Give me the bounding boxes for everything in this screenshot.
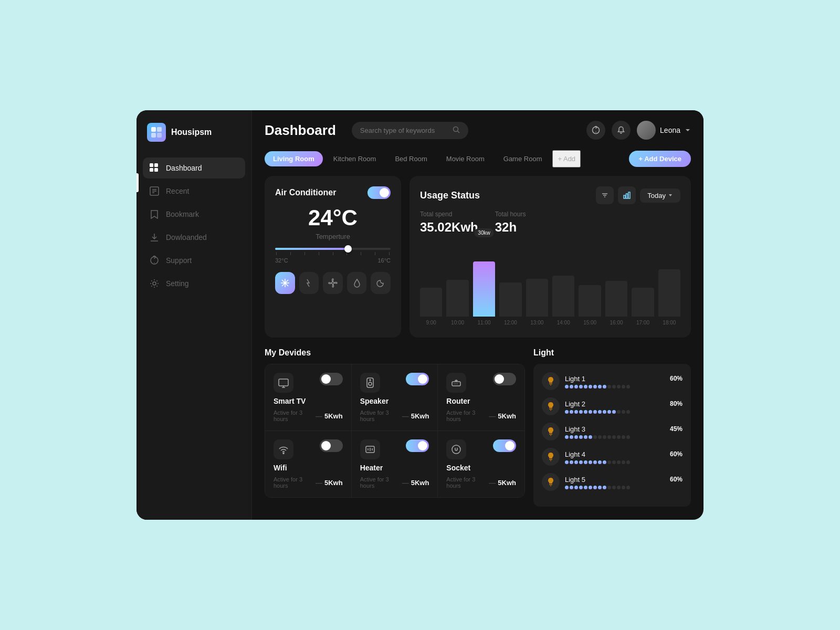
device-kwh-speaker: — 5Kwh	[402, 412, 429, 420]
device-status-wifi: Active for 3 hours	[274, 476, 316, 489]
sidebar-item-downloaded[interactable]: Dowloanded	[143, 227, 245, 248]
tab-movie-room[interactable]: Movie Room	[438, 151, 493, 166]
device-toggle-heater[interactable]	[406, 439, 429, 452]
temp-slider[interactable]: 32°C 16°C	[275, 248, 391, 264]
header: Dashboard	[252, 110, 704, 150]
device-toggle-speaker[interactable]	[406, 373, 429, 385]
device-kwh-tv: — 5Kwh	[316, 412, 343, 420]
mode-dry[interactable]	[347, 272, 367, 294]
chart-bar-9:00	[420, 243, 442, 317]
temp-max: 16°C	[377, 257, 391, 264]
dot-0	[565, 410, 569, 414]
dot-8	[603, 385, 606, 388]
dot-3	[579, 435, 583, 439]
search-bar[interactable]	[352, 122, 468, 139]
dot-3	[579, 410, 583, 414]
bookmark-label: Bookmark	[166, 210, 199, 218]
tab-game-room[interactable]: Game Room	[495, 151, 551, 166]
tab-living-room[interactable]: Living Room	[265, 151, 323, 166]
dot-1	[570, 435, 573, 439]
chart-label-15:00: 15:00	[579, 320, 601, 326]
light-pct-light4: 60%	[670, 450, 682, 458]
chart-bar-15:00	[579, 243, 601, 317]
svg-rect-52	[549, 408, 552, 410]
dot-9	[607, 486, 611, 489]
svg-rect-28	[626, 194, 628, 198]
bar-6	[579, 285, 601, 317]
bar-0	[420, 288, 442, 317]
add-device-button[interactable]: + Add Device	[629, 151, 691, 167]
sidebar-item-dashboard[interactable]: Dashboard	[143, 158, 245, 178]
dot-8	[603, 435, 606, 439]
device-name-speaker: Speaker	[360, 397, 429, 405]
usage-stats: Total spend 35.02Kwh Total hours 32h	[420, 211, 680, 235]
downloaded-label: Dowloanded	[166, 233, 207, 242]
mode-cool[interactable]	[275, 272, 295, 294]
user-menu[interactable]: Leona	[637, 121, 691, 140]
filter-button[interactable]	[596, 186, 614, 204]
device-kwh-socket: — 5Kwh	[489, 479, 516, 487]
ac-toggle[interactable]	[368, 186, 391, 199]
help-button[interactable]	[586, 121, 605, 140]
device-card-heater: Heater Active for 3 hours — 5Kwh	[352, 431, 438, 497]
svg-point-42	[283, 453, 284, 454]
light-name-row-light2: Light 2 80%	[565, 400, 682, 408]
dot-10	[612, 486, 616, 489]
period-button[interactable]: Today	[640, 188, 680, 203]
bar-7	[605, 281, 627, 317]
sidebar-item-recent[interactable]: Recent	[143, 181, 245, 202]
usage-card: Usage Status	[410, 176, 691, 338]
dashboard-icon	[149, 163, 160, 173]
bar-2	[473, 261, 495, 317]
bar-9	[658, 269, 680, 317]
recent-icon	[149, 186, 160, 196]
dot-13	[626, 410, 630, 414]
chart-type-button[interactable]	[618, 186, 636, 204]
light-bar-light4	[565, 460, 682, 464]
light-bar-light3	[565, 435, 682, 438]
ac-temp-label: Temperture	[275, 233, 391, 240]
device-toggle-tv[interactable]	[320, 373, 343, 385]
active-indicator	[136, 173, 139, 192]
device-toggle-router[interactable]	[493, 373, 516, 385]
dot-4	[584, 435, 587, 439]
device-icon-router	[446, 373, 466, 393]
light-item-light2: Light 2 80%	[542, 397, 682, 415]
mode-power[interactable]	[299, 272, 319, 294]
chart-bar-14:00	[552, 243, 574, 317]
device-toggle-socket[interactable]	[493, 439, 516, 452]
temp-min: 32°C	[275, 257, 288, 264]
chart-tooltip: 30kw	[474, 228, 494, 237]
dot-0	[565, 385, 569, 388]
tab-bed-room[interactable]: Bed Room	[386, 151, 435, 166]
svg-point-14	[153, 282, 156, 285]
dot-11	[617, 435, 621, 439]
chart-label-12:00: 12:00	[499, 320, 521, 326]
sidebar-item-setting[interactable]: Setting	[143, 273, 245, 294]
device-name-router: Router	[446, 397, 516, 405]
chart-bar-13:00	[526, 243, 548, 317]
dot-1	[570, 486, 573, 489]
svg-rect-30	[279, 379, 288, 386]
device-toggle-wifi[interactable]	[320, 439, 343, 452]
device-icon-socket	[446, 439, 466, 459]
light-pct-light5: 60%	[670, 476, 682, 483]
notification-button[interactable]	[612, 121, 631, 140]
tab-kitchen-room[interactable]: Kitchen Room	[325, 151, 385, 166]
search-input[interactable]	[360, 127, 448, 134]
usage-header: Usage Status	[420, 186, 680, 204]
light-item-light4: Light 4 60%	[542, 448, 682, 466]
svg-rect-36	[452, 382, 460, 386]
mode-night[interactable]	[371, 272, 391, 294]
dot-5	[589, 435, 592, 439]
dot-9	[607, 460, 611, 464]
total-hours-stat: Total hours 32h	[495, 211, 526, 235]
light-info-light2: Light 2 80%	[565, 400, 682, 413]
add-room-button[interactable]: + Add	[552, 150, 581, 167]
chart-label-17:00: 17:00	[632, 320, 654, 326]
chart-bar-17:00	[632, 243, 654, 317]
svg-rect-6	[150, 168, 153, 172]
sidebar-item-support[interactable]: Support	[143, 250, 245, 271]
sidebar-item-bookmark[interactable]: Bookmark	[143, 204, 245, 225]
mode-fan[interactable]	[323, 272, 343, 294]
